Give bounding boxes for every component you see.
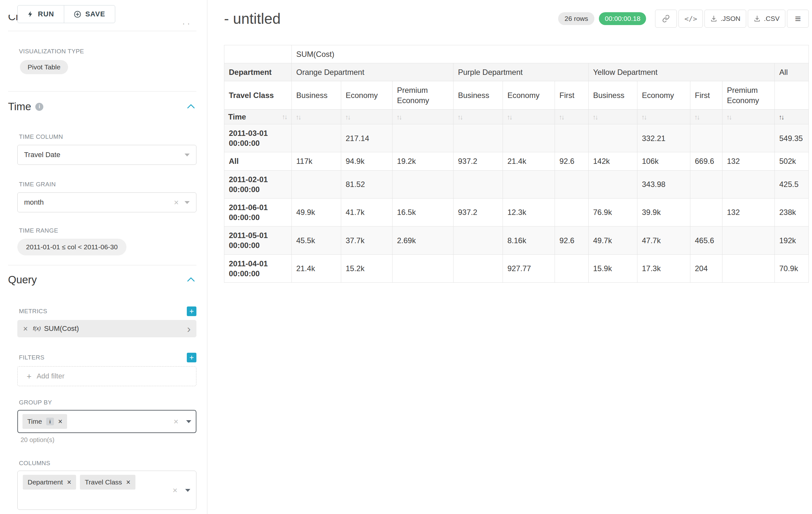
caret-down-icon[interactable]: [186, 420, 191, 423]
filters-label-row: FILTERS +: [19, 353, 196, 362]
pivot-value-cell: [454, 124, 503, 152]
pivot-value-cell: 502k: [775, 152, 809, 170]
pivot-table-row: All117k94.9k19.2k937.221.4k92.6142k106k6…: [224, 152, 809, 170]
collapse-time-section[interactable]: [187, 104, 195, 110]
menu-button[interactable]: ≡: [787, 10, 809, 28]
sort-toggle-icon[interactable]: ↑↓: [726, 113, 732, 121]
pivot-sort-cell: ↑↓: [454, 109, 503, 124]
clear-icon[interactable]: ×: [174, 198, 179, 207]
pivot-value-cell: [555, 198, 589, 226]
sort-toggle-icon[interactable]: ↑↓: [282, 112, 288, 121]
sort-toggle-icon[interactable]: ↑↓: [694, 113, 700, 121]
columns-tag[interactable]: Department ×: [23, 475, 76, 490]
viz-type-pill[interactable]: Pivot Table: [20, 60, 68, 74]
pivot-class-header: Business: [454, 81, 503, 109]
pivot-class-header: Economy: [637, 81, 690, 109]
sort-toggle-icon[interactable]: ↑↓: [296, 113, 301, 121]
pivot-value-cell: 76.9k: [589, 198, 637, 226]
pivot-value-cell: 8.16k: [503, 226, 555, 254]
collapse-query-section[interactable]: [187, 277, 195, 283]
time-dimension-label: Time: [228, 112, 246, 122]
pivot-group-header: Yellow Department: [589, 63, 775, 81]
remove-tag-icon[interactable]: ×: [58, 418, 62, 425]
pivot-value-cell: 21.4k: [503, 152, 555, 170]
tag-label: Department: [28, 478, 63, 486]
metric-pill[interactable]: × f(x) SUM(Cost) ›: [17, 320, 196, 337]
sort-toggle-icon[interactable]: ↑↓: [457, 113, 463, 121]
pivot-value-cell: 37.7k: [341, 226, 393, 254]
columns-tag[interactable]: Travel Class ×: [80, 475, 135, 490]
export-json-label: .JSON: [721, 15, 741, 23]
sort-toggle-icon[interactable]: ↑↓: [559, 113, 564, 121]
clear-icon[interactable]: ×: [173, 486, 177, 494]
columns-control[interactable]: Department × Travel Class × ×: [17, 470, 196, 510]
chart-title[interactable]: - untitled: [224, 10, 281, 27]
pivot-group-header: Orange Department: [292, 63, 454, 81]
run-button[interactable]: RUN: [17, 5, 64, 23]
pivot-value-cell: 15.9k: [589, 254, 637, 282]
group-by-control[interactable]: Time i × ×: [17, 410, 196, 433]
save-button[interactable]: SAVE: [64, 5, 115, 23]
remove-tag-icon[interactable]: ×: [126, 479, 130, 486]
pivot-table-row: 2011-03-01 00:00:00217.14332.21549.35: [224, 124, 809, 152]
pivot-value-cell: [292, 170, 341, 198]
sort-toggle-icon[interactable]: ↑↓: [641, 113, 647, 121]
sort-toggle-icon[interactable]: ↑↓: [345, 113, 351, 121]
pivot-value-cell: 106k: [637, 152, 690, 170]
metrics-label-row: METRICS +: [19, 306, 196, 316]
time-range-pill[interactable]: 2011-01-01 ≤ col < 2011-06-30: [17, 239, 126, 255]
remove-tag-icon[interactable]: ×: [67, 479, 71, 486]
pivot-value-cell: 549.35: [775, 124, 809, 152]
clear-icon[interactable]: ×: [174, 417, 178, 426]
pivot-table-row: 2011-05-01 00:00:0045.5k37.7k2.69k8.16k9…: [224, 226, 809, 254]
info-icon: i: [35, 103, 43, 111]
pivot-value-cell: 39.9k: [637, 198, 690, 226]
sort-toggle-icon[interactable]: ↑↓: [507, 113, 513, 121]
time-range-label: TIME RANGE: [19, 227, 196, 234]
time-column-select[interactable]: Travel Date: [17, 145, 196, 165]
remove-metric-icon[interactable]: ×: [23, 324, 28, 333]
pivot-table-row: 2011-02-01 00:00:0081.52343.98425.5: [224, 170, 809, 198]
pivot-sort-cell: ↑↓: [722, 109, 775, 124]
add-filter-button[interactable]: + Add filter: [17, 366, 196, 386]
sort-toggle-icon[interactable]: ↑↓: [592, 113, 598, 121]
query-timer-badge: 00:00:00.18: [599, 12, 646, 25]
hamburger-menu-icon: ≡: [795, 13, 801, 24]
pivot-value-cell: [722, 254, 775, 282]
pivot-sort-cell: ↑↓: [292, 109, 341, 124]
sort-toggle-icon[interactable]: ↑↓: [396, 113, 402, 121]
chevron-right-icon[interactable]: ›: [187, 323, 191, 334]
pivot-row-label: 2011-03-01 00:00:00: [224, 124, 292, 152]
pivot-value-cell: 15.2k: [341, 254, 393, 282]
pivot-class-header: First: [690, 81, 722, 109]
pivot-value-cell: 94.9k: [341, 152, 393, 170]
add-filter-plus-button[interactable]: +: [187, 353, 196, 362]
group-by-tag[interactable]: Time i ×: [23, 414, 67, 429]
pivot-class-header: First: [555, 81, 589, 109]
pivot-table-body: 2011-03-01 00:00:00217.14332.21549.35All…: [224, 124, 809, 282]
share-link-button[interactable]: [655, 10, 677, 28]
pivot-class-header: Economy: [503, 81, 555, 109]
caret-down-icon[interactable]: [185, 489, 190, 492]
pivot-value-cell: 81.52: [341, 170, 393, 198]
export-csv-button[interactable]: .CSV: [748, 10, 785, 28]
pivot-value-cell: [690, 124, 722, 152]
pivot-value-cell: [393, 124, 454, 152]
group-by-label: GROUP BY: [19, 399, 196, 406]
row-count-badge: 26 rows: [558, 12, 595, 25]
sort-toggle-icon[interactable]: ↑↓: [779, 113, 784, 121]
view-query-button[interactable]: </>: [678, 10, 703, 28]
pivot-value-cell: [722, 170, 775, 198]
export-json-button[interactable]: .JSON: [704, 10, 746, 28]
pivot-class-header: Business: [292, 81, 341, 109]
download-file-icon: [710, 15, 717, 23]
pivot-group-header: Purple Department: [454, 63, 589, 81]
time-grain-select[interactable]: month ×: [17, 192, 196, 212]
pivot-sort-cell: ↑↓: [393, 109, 454, 124]
tag-label: Travel Class: [85, 478, 122, 486]
pivot-value-cell: 12.3k: [503, 198, 555, 226]
pivot-table-row: 2011-04-01 00:00:0021.4k15.2k927.7715.9k…: [224, 254, 809, 282]
time-column-value: Travel Date: [24, 151, 60, 159]
add-metric-button[interactable]: +: [187, 306, 196, 316]
pivot-value-cell: 238k: [775, 198, 809, 226]
